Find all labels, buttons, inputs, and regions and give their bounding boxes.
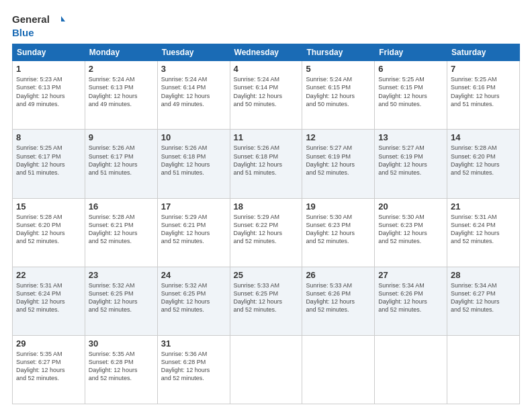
day-info: Sunrise: 5:25 AM Sunset: 6:17 PM Dayligh… <box>16 144 81 177</box>
calendar-cell: 2Sunrise: 5:24 AM Sunset: 6:13 PM Daylig… <box>85 61 157 130</box>
day-info: Sunrise: 5:28 AM Sunset: 6:21 PM Dayligh… <box>89 213 154 246</box>
day-info: Sunrise: 5:33 AM Sunset: 6:25 PM Dayligh… <box>234 281 299 314</box>
day-number: 5 <box>306 64 371 74</box>
week-row-3: 15Sunrise: 5:28 AM Sunset: 6:20 PM Dayli… <box>13 198 520 267</box>
calendar-header-row: SundayMondayTuesdayWednesdayThursdayFrid… <box>13 44 520 61</box>
calendar-cell: 16Sunrise: 5:28 AM Sunset: 6:21 PM Dayli… <box>85 198 157 267</box>
col-header-monday: Monday <box>85 44 157 61</box>
day-number: 17 <box>161 201 226 212</box>
day-number: 3 <box>161 64 226 74</box>
day-number: 19 <box>306 201 371 212</box>
logo-general: General <box>12 13 50 25</box>
calendar-cell: 11Sunrise: 5:26 AM Sunset: 6:18 PM Dayli… <box>230 130 302 198</box>
day-number: 10 <box>161 132 226 142</box>
day-info: Sunrise: 5:29 AM Sunset: 6:21 PM Dayligh… <box>161 213 226 246</box>
day-number: 7 <box>451 64 516 74</box>
col-header-thursday: Thursday <box>302 44 375 61</box>
calendar-cell: 1Sunrise: 5:23 AM Sunset: 6:13 PM Daylig… <box>13 61 85 130</box>
calendar-cell: 9Sunrise: 5:26 AM Sunset: 6:17 PM Daylig… <box>85 130 157 198</box>
day-info: Sunrise: 5:27 AM Sunset: 6:19 PM Dayligh… <box>378 144 443 177</box>
calendar-cell: 20Sunrise: 5:30 AM Sunset: 6:23 PM Dayli… <box>375 198 447 267</box>
day-info: Sunrise: 5:35 AM Sunset: 6:28 PM Dayligh… <box>89 350 154 383</box>
calendar-cell: 30Sunrise: 5:35 AM Sunset: 6:28 PM Dayli… <box>85 335 157 404</box>
calendar-cell: 29Sunrise: 5:35 AM Sunset: 6:27 PM Dayli… <box>13 335 85 404</box>
calendar-cell: 5Sunrise: 5:24 AM Sunset: 6:15 PM Daylig… <box>302 61 375 130</box>
calendar-cell: 14Sunrise: 5:28 AM Sunset: 6:20 PM Dayli… <box>447 130 520 198</box>
calendar-cell: 27Sunrise: 5:34 AM Sunset: 6:26 PM Dayli… <box>375 267 447 335</box>
calendar-cell <box>230 335 302 404</box>
day-number: 25 <box>234 270 299 280</box>
day-info: Sunrise: 5:28 AM Sunset: 6:20 PM Dayligh… <box>16 213 81 246</box>
calendar-cell: 17Sunrise: 5:29 AM Sunset: 6:21 PM Dayli… <box>157 198 230 267</box>
day-number: 16 <box>89 201 154 212</box>
day-info: Sunrise: 5:31 AM Sunset: 6:24 PM Dayligh… <box>451 213 516 246</box>
day-number: 15 <box>16 201 81 212</box>
col-header-sunday: Sunday <box>13 44 85 61</box>
day-number: 12 <box>306 132 371 142</box>
week-row-5: 29Sunrise: 5:35 AM Sunset: 6:27 PM Dayli… <box>13 335 520 404</box>
day-info: Sunrise: 5:34 AM Sunset: 6:27 PM Dayligh… <box>451 281 516 314</box>
day-number: 20 <box>378 201 443 212</box>
day-info: Sunrise: 5:23 AM Sunset: 6:13 PM Dayligh… <box>16 75 81 108</box>
day-info: Sunrise: 5:26 AM Sunset: 6:18 PM Dayligh… <box>161 144 226 177</box>
day-number: 26 <box>306 270 371 280</box>
day-number: 2 <box>89 64 154 74</box>
page: General Blue SundayMondayTuesdayWednesda… <box>0 0 532 411</box>
day-info: Sunrise: 5:29 AM Sunset: 6:22 PM Dayligh… <box>234 213 299 246</box>
day-info: Sunrise: 5:35 AM Sunset: 6:27 PM Dayligh… <box>16 350 81 383</box>
day-number: 11 <box>234 132 299 142</box>
calendar-cell: 19Sunrise: 5:30 AM Sunset: 6:23 PM Dayli… <box>302 198 375 267</box>
day-info: Sunrise: 5:36 AM Sunset: 6:28 PM Dayligh… <box>161 350 226 383</box>
day-info: Sunrise: 5:26 AM Sunset: 6:17 PM Dayligh… <box>89 144 154 177</box>
day-number: 6 <box>378 64 443 74</box>
day-info: Sunrise: 5:24 AM Sunset: 6:13 PM Dayligh… <box>89 75 154 108</box>
calendar-cell: 26Sunrise: 5:33 AM Sunset: 6:26 PM Dayli… <box>302 267 375 335</box>
day-info: Sunrise: 5:30 AM Sunset: 6:23 PM Dayligh… <box>378 213 443 246</box>
day-number: 8 <box>16 132 81 142</box>
day-number: 22 <box>16 270 81 280</box>
col-header-friday: Friday <box>375 44 447 61</box>
day-number: 31 <box>161 338 226 349</box>
day-info: Sunrise: 5:31 AM Sunset: 6:24 PM Dayligh… <box>16 281 81 314</box>
week-row-2: 8Sunrise: 5:25 AM Sunset: 6:17 PM Daylig… <box>13 130 520 198</box>
calendar-cell: 21Sunrise: 5:31 AM Sunset: 6:24 PM Dayli… <box>447 198 520 267</box>
day-info: Sunrise: 5:24 AM Sunset: 6:14 PM Dayligh… <box>161 75 226 108</box>
calendar-cell: 6Sunrise: 5:25 AM Sunset: 6:15 PM Daylig… <box>375 61 447 130</box>
calendar-cell <box>375 335 447 404</box>
day-info: Sunrise: 5:25 AM Sunset: 6:15 PM Dayligh… <box>378 75 443 108</box>
logo-blue: Blue <box>12 27 34 38</box>
day-number: 21 <box>451 201 516 212</box>
svg-marker-0 <box>54 16 65 21</box>
day-info: Sunrise: 5:26 AM Sunset: 6:18 PM Dayligh… <box>234 144 299 177</box>
day-info: Sunrise: 5:34 AM Sunset: 6:26 PM Dayligh… <box>378 281 443 314</box>
day-number: 13 <box>378 132 443 142</box>
logo-arrow-icon <box>52 12 66 27</box>
day-info: Sunrise: 5:24 AM Sunset: 6:15 PM Dayligh… <box>306 75 371 108</box>
day-number: 27 <box>378 270 443 280</box>
calendar-table: SundayMondayTuesdayWednesdayThursdayFrid… <box>12 44 520 404</box>
calendar-cell: 7Sunrise: 5:25 AM Sunset: 6:16 PM Daylig… <box>447 61 520 130</box>
calendar-cell: 15Sunrise: 5:28 AM Sunset: 6:20 PM Dayli… <box>13 198 85 267</box>
calendar-cell: 18Sunrise: 5:29 AM Sunset: 6:22 PM Dayli… <box>230 198 302 267</box>
calendar-cell: 22Sunrise: 5:31 AM Sunset: 6:24 PM Dayli… <box>13 267 85 335</box>
day-info: Sunrise: 5:24 AM Sunset: 6:14 PM Dayligh… <box>234 75 299 108</box>
day-number: 9 <box>89 132 154 142</box>
day-number: 30 <box>89 338 154 349</box>
week-row-1: 1Sunrise: 5:23 AM Sunset: 6:13 PM Daylig… <box>13 61 520 130</box>
calendar-cell <box>447 335 520 404</box>
day-info: Sunrise: 5:32 AM Sunset: 6:25 PM Dayligh… <box>161 281 226 314</box>
calendar-cell: 12Sunrise: 5:27 AM Sunset: 6:19 PM Dayli… <box>302 130 375 198</box>
header: General Blue <box>12 12 520 38</box>
day-number: 14 <box>451 132 516 142</box>
calendar-cell: 13Sunrise: 5:27 AM Sunset: 6:19 PM Dayli… <box>375 130 447 198</box>
col-header-wednesday: Wednesday <box>230 44 302 61</box>
calendar-cell: 31Sunrise: 5:36 AM Sunset: 6:28 PM Dayli… <box>157 335 230 404</box>
day-number: 24 <box>161 270 226 280</box>
calendar-cell: 4Sunrise: 5:24 AM Sunset: 6:14 PM Daylig… <box>230 61 302 130</box>
day-info: Sunrise: 5:28 AM Sunset: 6:20 PM Dayligh… <box>451 144 516 177</box>
day-info: Sunrise: 5:30 AM Sunset: 6:23 PM Dayligh… <box>306 213 371 246</box>
calendar-cell: 24Sunrise: 5:32 AM Sunset: 6:25 PM Dayli… <box>157 267 230 335</box>
calendar-cell: 10Sunrise: 5:26 AM Sunset: 6:18 PM Dayli… <box>157 130 230 198</box>
day-info: Sunrise: 5:25 AM Sunset: 6:16 PM Dayligh… <box>451 75 516 108</box>
calendar-cell: 8Sunrise: 5:25 AM Sunset: 6:17 PM Daylig… <box>13 130 85 198</box>
